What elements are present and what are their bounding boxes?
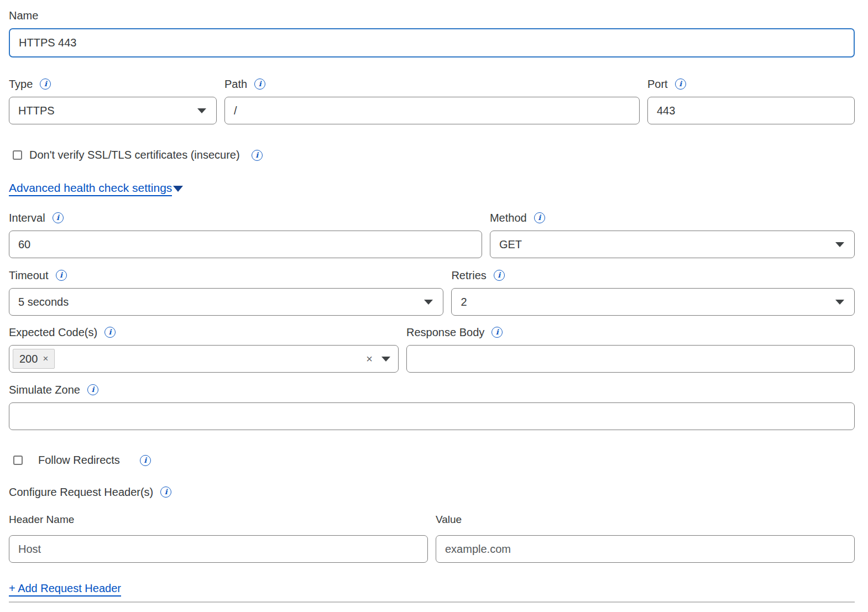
section-divider [9,601,855,603]
name-input[interactable] [9,28,855,57]
retries-select-value: 2 [461,296,467,308]
retries-label: Retries i [451,269,855,282]
timeout-select-value: 5 seconds [18,296,69,308]
port-info-icon[interactable]: i [675,79,686,90]
response-body-label-text: Response Body [406,326,484,339]
expected-codes-label: Expected Code(s) i [9,326,399,339]
method-label-text: Method [490,211,527,224]
request-headers-section-label: Configure Request Header(s) i [9,485,855,499]
response-body-input[interactable] [406,345,855,373]
expected-codes-label-text: Expected Code(s) [9,326,97,339]
interval-label: Interval i [9,211,482,224]
advanced-caret-down-icon [173,186,183,192]
follow-redirects-label: Follow Redirects [38,454,120,467]
simulate-zone-info-icon[interactable]: i [87,384,98,395]
path-label: Path i [224,77,640,91]
port-label: Port i [647,77,855,91]
retries-info-icon[interactable]: i [494,270,505,281]
expected-codes-info-icon[interactable]: i [104,327,116,338]
simulate-zone-label-text: Simulate Zone [9,383,80,396]
caret-down-icon[interactable] [381,357,390,362]
method-info-icon[interactable]: i [534,212,545,223]
response-body-label: Response Body i [406,326,855,339]
follow-redirects-checkbox[interactable] [13,456,23,465]
remove-tag-icon[interactable]: × [43,353,48,364]
expected-code-tag: 200 × [13,349,55,369]
ssl-verify-label: Don't verify SSL/TLS certificates (insec… [29,149,240,161]
type-select-value: HTTPS [18,104,55,117]
caret-down-icon [197,108,206,113]
clear-all-icon[interactable]: × [366,353,373,365]
type-label: Type i [9,77,217,91]
follow-redirects-info-icon[interactable]: i [140,455,151,466]
method-label: Method i [490,211,855,224]
timeout-label-text: Timeout [9,269,49,282]
ssl-verify-info-icon[interactable]: i [252,150,263,161]
header-name-input[interactable] [9,535,428,563]
add-request-header-link-text: + Add Request Header [9,582,121,597]
header-name-column-label: Header Name [9,513,428,526]
health-check-form: Name Type i HTTPS Path i Port i [0,0,868,603]
timeout-info-icon[interactable]: i [56,270,67,281]
advanced-settings-link-text: Advanced health check settings [9,181,172,196]
ssl-verify-checkbox[interactable] [13,150,22,160]
caret-down-icon [835,300,844,305]
caret-down-icon [835,242,844,247]
interval-label-text: Interval [9,211,45,224]
retries-label-text: Retries [451,269,486,282]
response-body-info-icon[interactable]: i [491,327,503,338]
path-info-icon[interactable]: i [254,79,265,90]
timeout-label: Timeout i [9,269,443,282]
request-header-row: Header Name Value [9,513,855,563]
advanced-settings-link[interactable]: Advanced health check settings [9,181,183,194]
header-name-column-label-text: Header Name [9,513,74,526]
port-label-text: Port [647,77,668,91]
path-input[interactable] [224,97,640,124]
method-select[interactable]: GET [490,231,855,258]
request-headers-section-label-text: Configure Request Header(s) [9,485,153,499]
type-info-icon[interactable]: i [40,79,51,90]
expected-code-tag-value: 200 [19,353,38,365]
header-value-input[interactable] [436,535,855,563]
simulate-zone-label: Simulate Zone i [9,383,855,396]
add-request-header-link[interactable]: + Add Request Header [9,582,121,597]
request-headers-info-icon[interactable]: i [160,487,171,498]
simulate-zone-input[interactable] [9,402,855,430]
retries-select[interactable]: 2 [451,288,855,316]
type-label-text: Type [9,77,33,91]
header-value-column-label-text: Value [436,513,462,526]
caret-down-icon [424,300,433,305]
interval-info-icon[interactable]: i [53,212,64,223]
expected-codes-multiselect[interactable]: 200 × × [9,345,399,373]
method-select-value: GET [499,238,522,251]
name-label-text: Name [9,9,38,22]
port-input[interactable] [647,97,855,124]
interval-input[interactable] [9,231,482,258]
timeout-select[interactable]: 5 seconds [9,288,443,316]
header-value-column-label: Value [436,513,855,526]
path-label-text: Path [224,77,247,91]
type-select[interactable]: HTTPS [9,97,217,124]
name-label: Name [9,9,855,22]
